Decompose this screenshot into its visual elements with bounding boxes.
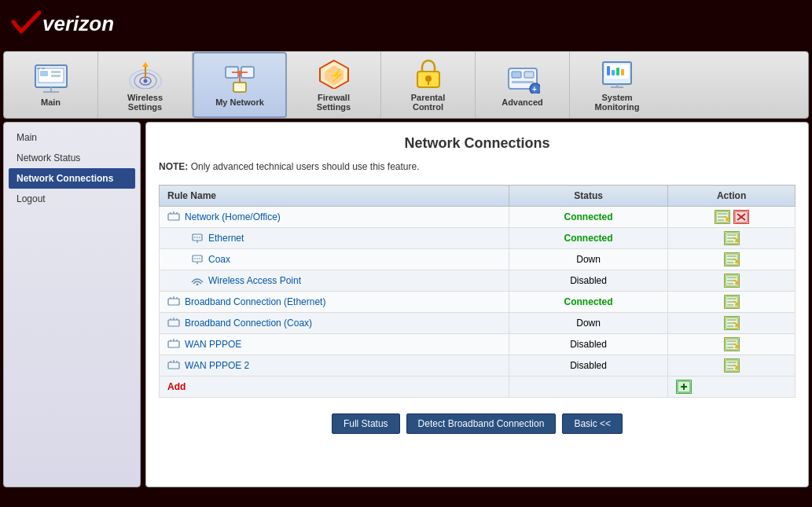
full-status-button[interactable]: Full Status — [332, 413, 400, 434]
svg-rect-29 — [512, 72, 521, 78]
sidebar-item-logout[interactable]: Logout — [9, 189, 135, 209]
edit-icon[interactable] — [724, 295, 740, 309]
row-status: Down — [509, 313, 667, 334]
svg-rect-31 — [512, 81, 534, 83]
add-status-cell — [509, 377, 667, 398]
nav-parental-label: ParentalControl — [411, 93, 445, 112]
connection-name-link[interactable]: Coax — [208, 253, 230, 264]
svg-rect-6 — [40, 71, 48, 76]
connection-name-link[interactable]: WAN PPPOE 2 — [185, 359, 249, 370]
row-action — [668, 292, 795, 313]
row-name-cell: Ethernet — [160, 228, 509, 249]
connection-name-link[interactable]: Wireless Access Point — [208, 274, 301, 285]
svg-marker-14 — [142, 62, 149, 67]
svg-rect-39 — [621, 69, 624, 75]
sysmon-nav-icon — [598, 58, 636, 90]
nav-wireless-label: WirelessSettings — [127, 93, 163, 112]
svg-point-12 — [143, 79, 147, 83]
add-cell: Add — [160, 377, 509, 398]
svg-rect-79 — [727, 277, 737, 278]
page-title: Network Connections — [159, 135, 795, 152]
nav-advanced[interactable]: + Advanced — [476, 52, 570, 118]
svg-point-26 — [425, 75, 432, 82]
sidebar-item-network-status[interactable]: Network Status — [9, 148, 135, 168]
table-row: Broadband Connection (Ethernet)Connected — [160, 292, 795, 313]
table-row: WAN PPPOE 2Disabled — [160, 355, 795, 377]
edit-icon[interactable] — [724, 337, 740, 351]
svg-rect-7 — [51, 71, 61, 73]
add-icon[interactable] — [676, 380, 692, 394]
svg-rect-89 — [727, 298, 737, 299]
svg-rect-17 — [233, 83, 246, 92]
action-icons — [676, 252, 787, 266]
row-name-cell: Network (Home/Office) — [160, 207, 509, 228]
sidebar-item-network-connections[interactable]: Network Connections — [9, 168, 135, 189]
edit-icon[interactable] — [715, 210, 730, 224]
add-connection-link[interactable]: Add — [167, 381, 186, 392]
svg-rect-49 — [718, 219, 724, 221]
col-action: Action — [668, 186, 795, 207]
nav-mynetwork[interactable]: My Network — [193, 52, 287, 118]
ethernet-icon — [191, 255, 204, 266]
row-name-cell: WAN PPPOE — [160, 334, 509, 355]
svg-rect-38 — [616, 68, 619, 75]
row-status: Connected — [509, 228, 667, 249]
row-name-cell: Wireless Access Point — [160, 270, 509, 292]
main-nav-icon — [32, 63, 70, 94]
action-icons — [676, 295, 787, 309]
table-row: CoaxDown — [160, 249, 795, 270]
edit-icon[interactable] — [724, 274, 740, 288]
svg-rect-114 — [168, 362, 179, 369]
svg-text:+: + — [532, 85, 537, 94]
nav-firewall[interactable]: ⚡ FirewallSettings — [287, 52, 381, 118]
row-status: Disabled — [509, 355, 667, 377]
svg-rect-104 — [168, 341, 179, 347]
detect-broadband-button[interactable]: Detect Broadband Connection — [406, 413, 557, 434]
nav-sysmon-label: SystemMonitoring — [595, 93, 640, 112]
svg-rect-99 — [727, 319, 737, 321]
table-row: WAN PPPOEDisabled — [160, 334, 795, 355]
row-name-cell: Coax — [160, 249, 509, 270]
svg-rect-94 — [168, 320, 179, 326]
note-text: NOTE: Only advanced technical users shou… — [159, 161, 795, 172]
svg-point-21 — [238, 71, 241, 74]
firewall-nav-icon: ⚡ — [315, 58, 353, 90]
network-icon — [167, 340, 180, 351]
svg-rect-61 — [727, 234, 737, 236]
wireless-nav-icon — [127, 58, 164, 90]
row-status: Connected — [509, 207, 667, 228]
nav-main[interactable]: Main — [4, 52, 98, 118]
connections-table: Rule Name Status Action Network (Home/Of… — [159, 185, 795, 398]
svg-rect-3 — [42, 68, 45, 69]
nav-sysmon[interactable]: SystemMonitoring — [570, 52, 664, 118]
sidebar-item-main[interactable]: Main — [9, 127, 135, 148]
row-action — [668, 313, 795, 334]
connection-name-link[interactable]: Broadband Connection (Ethernet) — [185, 296, 325, 307]
svg-rect-42 — [168, 214, 179, 220]
action-icons — [676, 358, 787, 373]
advanced-nav-icon: + — [504, 63, 542, 94]
connection-name-link[interactable]: Network (Home/Office) — [185, 211, 281, 222]
row-status: Down — [509, 249, 667, 270]
connection-name-link[interactable]: Broadband Connection (Coax) — [185, 317, 312, 328]
svg-rect-36 — [607, 66, 610, 75]
edit-icon[interactable] — [724, 252, 740, 266]
col-status: Status — [509, 186, 667, 207]
edit-icon[interactable] — [724, 231, 740, 245]
note-body: Only advanced technical users should use… — [191, 161, 420, 172]
nav-wireless[interactable]: WirelessSettings — [98, 52, 193, 118]
delete-icon[interactable] — [733, 210, 749, 224]
connection-name-link[interactable]: WAN PPPOE — [185, 338, 241, 349]
nav-parental[interactable]: ParentalControl — [381, 52, 476, 118]
row-name-cell: WAN PPPOE 2 — [160, 355, 509, 377]
svg-rect-47 — [718, 213, 727, 215]
edit-icon[interactable] — [724, 316, 740, 330]
row-action — [668, 355, 795, 377]
action-icons — [676, 337, 787, 351]
edit-icon[interactable] — [724, 358, 740, 373]
sidebar: Main Network Status Network Connections … — [3, 122, 141, 487]
logo-text: verizon — [42, 12, 114, 36]
action-icons — [676, 210, 787, 224]
connection-name-link[interactable]: Ethernet — [208, 232, 244, 243]
basic-button[interactable]: Basic << — [562, 413, 623, 434]
